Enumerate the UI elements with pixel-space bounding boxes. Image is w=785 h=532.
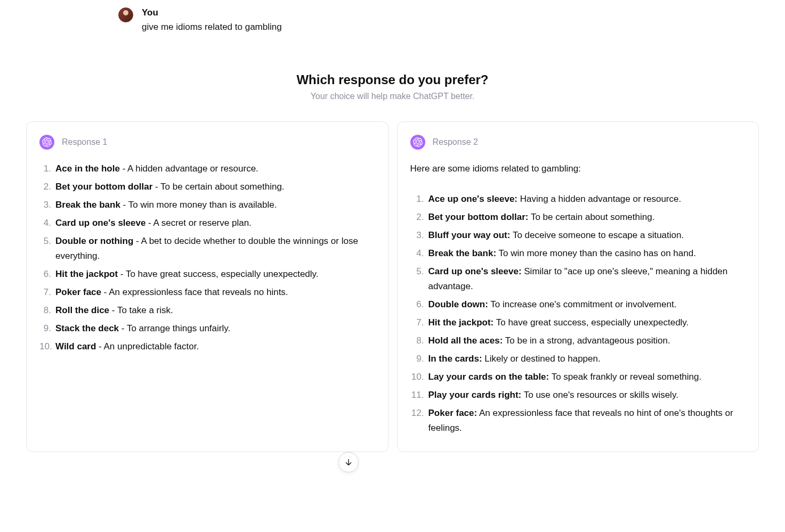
- idiom-term: In the cards:: [428, 354, 482, 364]
- list-item: Hold all the aces: To be in a strong, ad…: [410, 333, 746, 348]
- response-header: Response 1: [39, 135, 375, 150]
- arrow-down-icon: [344, 458, 353, 466]
- idiom-term: Break the bank:: [428, 248, 497, 258]
- idiom-definition: A secret or reserve plan.: [153, 218, 252, 228]
- list-item: Bet your bottom dollar - To be certain a…: [39, 179, 375, 194]
- response-cards: Response 1 Ace in the hole - A hidden ad…: [26, 121, 759, 453]
- idiom-definition: An expressionless face that reveals no h…: [109, 287, 288, 297]
- scroll-down-button[interactable]: [338, 452, 359, 472]
- idiom-definition: To take a risk.: [117, 305, 173, 315]
- list-item: Bet your bottom dollar: To be certain ab…: [410, 210, 746, 225]
- idiom-definition: A hidden advantage or resource.: [127, 163, 258, 174]
- idiom-definition: To be certain about something.: [160, 182, 284, 192]
- response-label: Response 2: [433, 137, 478, 147]
- idiom-term: Poker face: [55, 287, 101, 297]
- idiom-definition: To be in a strong, advantageous position…: [505, 335, 670, 346]
- idiom-definition: To deceive someone to escape a situation…: [513, 230, 684, 240]
- list-item: Card up one's sleeve: Similar to "ace up…: [410, 264, 746, 294]
- user-name: You: [142, 7, 282, 18]
- user-avatar: [118, 7, 133, 22]
- idiom-term: Poker face:: [428, 408, 478, 418]
- idiom-term: Hit the jackpot:: [428, 317, 494, 328]
- response-card-1[interactable]: Response 1 Ace in the hole - A hidden ad…: [26, 121, 389, 453]
- idiom-term: Ace up one's sleeve:: [428, 194, 518, 204]
- list-item: Double or nothing - A bet to decide whet…: [39, 234, 375, 264]
- response-card-2[interactable]: Response 2 Here are some idioms related …: [397, 121, 759, 453]
- list-item: Card up one's sleeve - A secret or reser…: [39, 216, 375, 231]
- idiom-definition: Likely or destined to happen.: [484, 354, 600, 364]
- user-text-block: You give me idioms related to gambling: [142, 7, 282, 34]
- list-item: Bluff your way out: To deceive someone t…: [410, 228, 746, 243]
- list-item: Play your cards right: To use one's reso…: [410, 388, 746, 403]
- idiom-term: Bet your bottom dollar: [55, 182, 152, 192]
- idiom-definition: To increase one's commitment or involvem…: [490, 299, 676, 309]
- comparison-header: Which response do you prefer? Your choic…: [0, 72, 785, 101]
- list-item: Ace in the hole - A hidden advantage or …: [39, 161, 375, 176]
- idiom-term: Bluff your way out:: [428, 230, 511, 240]
- openai-icon: [410, 135, 425, 150]
- idiom-term: Double or nothing: [55, 236, 133, 246]
- user-message: You give me idioms related to gambling: [118, 7, 785, 34]
- idiom-definition: To win more money than is available.: [128, 200, 277, 210]
- idiom-definition: To speak frankly or reveal something.: [552, 372, 702, 382]
- idiom-definition: To win more money than the casino has on…: [498, 248, 695, 258]
- comparison-title: Which response do you prefer?: [0, 72, 785, 87]
- idiom-definition: To have great success, especially unexpe…: [496, 317, 689, 328]
- idiom-term: Bet your bottom dollar:: [428, 212, 529, 222]
- list-item: Break the bank: To win more money than t…: [410, 246, 746, 261]
- idiom-term: Card up one's sleeve:: [428, 266, 522, 276]
- list-item: Roll the dice - To take a risk.: [39, 303, 375, 318]
- list-item: Break the bank - To win more money than …: [39, 198, 375, 212]
- user-prompt: give me idioms related to gambling: [142, 20, 282, 34]
- idiom-definition: Having a hidden advantage or resource.: [520, 194, 681, 204]
- idiom-term: Roll the dice: [55, 305, 109, 315]
- idiom-term: Play your cards right:: [428, 390, 522, 400]
- idiom-term: Lay your cards on the table:: [428, 372, 549, 382]
- idiom-term: Break the bank: [55, 200, 120, 210]
- idiom-list: Ace up one's sleeve: Having a hidden adv…: [410, 192, 746, 436]
- idiom-term: Ace in the hole: [55, 163, 120, 174]
- idiom-definition: To arrange things unfairly.: [127, 323, 230, 333]
- openai-icon: [39, 135, 54, 150]
- idiom-term: Hit the jackpot: [55, 269, 118, 279]
- list-item: Lay your cards on the table: To speak fr…: [410, 370, 746, 384]
- list-item: Poker face - An expressionless face that…: [39, 285, 375, 300]
- response-intro: Here are some idioms related to gambling…: [410, 161, 746, 176]
- list-item: Stack the deck - To arrange things unfai…: [39, 321, 375, 336]
- idiom-term: Wild card: [55, 341, 96, 351]
- idiom-definition: To be certain about something.: [531, 212, 654, 222]
- idiom-definition: To have great success, especially unexpe…: [126, 269, 319, 279]
- idiom-term: Double down:: [428, 299, 488, 309]
- list-item: Poker face: An expressionless face that …: [410, 406, 746, 436]
- list-item: Hit the jackpot: To have great success, …: [410, 315, 746, 330]
- list-item: Double down: To increase one's commitmen…: [410, 297, 746, 312]
- list-item: In the cards: Likely or destined to happ…: [410, 351, 746, 366]
- list-item: Hit the jackpot - To have great success,…: [39, 267, 375, 282]
- idiom-definition: An unpredictable factor.: [104, 341, 199, 351]
- list-item: Ace up one's sleeve: Having a hidden adv…: [410, 192, 746, 207]
- comparison-subtitle: Your choice will help make ChatGPT bette…: [0, 92, 785, 101]
- idiom-term: Stack the deck: [55, 323, 119, 333]
- list-item: Wild card - An unpredictable factor.: [39, 339, 375, 354]
- idiom-term: Hold all the aces:: [428, 335, 503, 346]
- idiom-term: Card up one's sleeve: [55, 218, 145, 228]
- response-header: Response 2: [410, 135, 746, 150]
- idiom-list: Ace in the hole - A hidden advantage or …: [39, 161, 375, 355]
- response-label: Response 1: [62, 137, 107, 147]
- idiom-definition: To use one's resources or skills wisely.: [524, 390, 678, 400]
